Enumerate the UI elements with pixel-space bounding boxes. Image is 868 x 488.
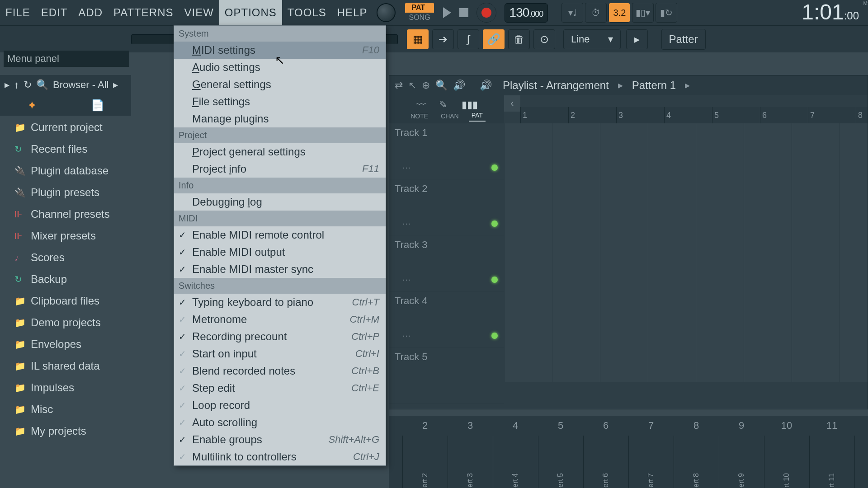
browser-item-demo-projects[interactable]: 📁Demo projects <box>0 312 131 333</box>
menu-item-general-settings[interactable]: General settings <box>174 76 386 93</box>
grid-icon[interactable]: ▦ <box>407 29 429 49</box>
link-icon[interactable]: 🔗 <box>483 29 505 49</box>
mixer-insert-slot[interactable]: ert 7 <box>628 436 674 488</box>
menu-item-multilink-to-controllers[interactable]: ✓Multilink to controllersCtrl+J <box>174 448 386 465</box>
menu-view[interactable]: VIEW <box>179 0 219 25</box>
collapse-icon[interactable]: ▸ <box>5 79 9 91</box>
playlist-grid[interactable] <box>504 123 868 382</box>
play-button[interactable] <box>443 7 451 18</box>
track-header[interactable]: Track 5 <box>389 347 504 404</box>
playlist-pattern[interactable]: Pattern 1 <box>632 79 676 92</box>
playlist-ruler[interactable]: 12345678 <box>520 107 868 123</box>
pat-song-toggle[interactable]: PAT SONG <box>405 3 434 23</box>
speaker-icon[interactable]: 🔊 <box>453 80 465 91</box>
menu-item-project-info[interactable]: Project infoF11 <box>174 160 386 178</box>
document-icon[interactable]: 📄 <box>91 99 104 112</box>
track-header[interactable]: Track 3… <box>389 235 504 291</box>
menu-item-metronome[interactable]: ✓MetronomeCtrl+M <box>174 311 386 328</box>
song-mode-button[interactable]: SONG <box>405 13 434 23</box>
track-enable-led[interactable] <box>491 333 498 339</box>
pat-mode-button[interactable]: PAT <box>405 3 434 13</box>
browser-item-plugin-database[interactable]: 🔌Plugin database <box>0 160 131 182</box>
browser-item-misc[interactable]: 📁Misc <box>0 399 131 420</box>
trash-icon[interactable]: 🗑 <box>508 29 530 49</box>
menu-item-enable-midi-master-sync[interactable]: ✓Enable MIDI master sync <box>174 261 386 278</box>
menu-item-loop-record[interactable]: ✓Loop record <box>174 397 386 414</box>
record-button[interactable] <box>476 3 496 23</box>
menu-item-recording-precount[interactable]: ✓Recording precountCtrl+P <box>174 328 386 345</box>
playlist-tab-note[interactable]: NOTE <box>408 111 431 122</box>
menu-options[interactable]: OPTIONS <box>219 0 282 25</box>
track-enable-led[interactable] <box>491 221 498 227</box>
browser-item-envelopes[interactable]: 📁Envelopes <box>0 333 131 355</box>
snap-value[interactable]: 3.2 <box>609 3 630 23</box>
browser-item-il-shared-data[interactable]: 📁IL shared data <box>0 355 131 377</box>
menu-item-auto-scrolling[interactable]: ✓Auto scrolling <box>174 414 386 431</box>
menu-item-typing-keyboard-to-piano[interactable]: ✓Typing keyboard to pianoCtrl+T <box>174 294 386 311</box>
collapse-left-icon[interactable]: ‹ <box>504 95 520 112</box>
metronome-icon[interactable]: ▾♩ <box>561 3 583 23</box>
cursor-icon[interactable]: ↖ <box>408 80 416 91</box>
mixer-insert-slot[interactable]: ert 9 <box>719 436 764 488</box>
browser-item-scores[interactable]: ♪Scores <box>0 247 131 268</box>
menu-item-manage-plugins[interactable]: Manage plugins <box>174 110 386 127</box>
browser-item-channel-presets[interactable]: ⊪Channel presets <box>0 203 131 225</box>
magnet-icon[interactable]: ⊙ <box>533 29 555 49</box>
browser-item-impulses[interactable]: 📁Impulses <box>0 377 131 399</box>
browser-item-clipboard-files[interactable]: 📁Clipboard files <box>0 290 131 312</box>
menu-item-enable-midi-output[interactable]: ✓Enable MIDI output <box>174 244 386 261</box>
browser-item-current-project[interactable]: 📁Current project <box>0 117 131 138</box>
mixer-insert-slot[interactable]: rt 11 <box>809 436 854 488</box>
track-enable-led[interactable] <box>491 277 498 283</box>
menu-tools[interactable]: TOOLS <box>282 0 332 25</box>
target-icon[interactable]: ⊕ <box>422 80 430 91</box>
refresh-icon[interactable]: ↻ <box>24 79 32 91</box>
time-display[interactable]: 1:01:00 B:S:TM:S:C <box>802 0 859 26</box>
menu-help[interactable]: HELP <box>332 0 373 25</box>
pattern-selector[interactable]: Patter <box>661 29 706 50</box>
menu-add[interactable]: ADD <box>73 0 108 25</box>
mixer-insert-slot[interactable]: rt 12 <box>854 436 868 488</box>
playlist-tab-chan[interactable]: CHAN <box>438 111 462 122</box>
browser-item-recent-files[interactable]: ↻Recent files <box>0 138 131 160</box>
track-menu-icon[interactable]: … <box>402 216 411 227</box>
browser-item-backup[interactable]: ↻Backup <box>0 268 131 290</box>
search-icon[interactable]: 🔍 <box>36 79 48 91</box>
wave-icon[interactable]: 〰 <box>416 99 426 111</box>
mixer-insert-slot[interactable]: ert 6 <box>583 436 628 488</box>
mixer-insert-slot[interactable]: ert 3 <box>448 436 493 488</box>
chevron-right-icon[interactable]: ▸ <box>113 79 118 91</box>
track-header[interactable]: Track 1… <box>389 123 504 179</box>
track-enable-led[interactable] <box>491 164 498 171</box>
browser-item-mixer-presets[interactable]: ⊪Mixer presets <box>0 225 131 247</box>
menu-item-start-on-input[interactable]: ✓Start on inputCtrl+I <box>174 345 386 362</box>
automation-icon[interactable]: ∫ <box>458 29 479 49</box>
mixer-insert-slot[interactable]: ert 4 <box>493 436 538 488</box>
menu-item-enable-midi-remote-control[interactable]: ✓Enable MIDI remote control <box>174 226 386 244</box>
mixer-insert-slot[interactable]: ert 5 <box>538 436 583 488</box>
menu-patterns[interactable]: PATTERNS <box>108 0 179 25</box>
countdown-icon[interactable]: ⏱ <box>585 3 607 23</box>
menu-item-enable-groups[interactable]: ✓Enable groupsShift+Alt+G <box>174 431 386 448</box>
play-small-icon[interactable]: ▸ <box>626 29 648 49</box>
loop-icon[interactable]: ▮↻ <box>656 3 677 23</box>
playlist-tab-pat[interactable]: PAT <box>469 110 486 122</box>
arrow-right-icon[interactable]: ➔ <box>432 29 454 49</box>
browser-item-plugin-presets[interactable]: 🔌Plugin presets <box>0 182 131 203</box>
menu-item-debugging-log[interactable]: Debugging log <box>174 193 386 211</box>
mixer-insert-slot[interactable]: ert 8 <box>674 436 719 488</box>
track-menu-icon[interactable]: … <box>402 272 411 283</box>
menu-item-step-edit[interactable]: ✓Step editCtrl+E <box>174 380 386 397</box>
up-arrow-icon[interactable]: ↑ <box>14 79 19 91</box>
stop-button[interactable] <box>459 8 468 17</box>
piano-icon[interactable]: ▮▯▾ <box>632 3 654 23</box>
track-menu-icon[interactable]: … <box>402 160 411 171</box>
track-menu-icon[interactable]: … <box>402 328 411 339</box>
menu-item-project-general-settings[interactable]: Project general settings <box>174 143 386 160</box>
menu-item-blend-recorded-notes[interactable]: ✓Blend recorded notesCtrl+B <box>174 362 386 380</box>
menu-file[interactable]: FILE <box>0 0 36 25</box>
track-header[interactable]: Track 4… <box>389 291 504 347</box>
menu-item-file-settings[interactable]: File settings <box>174 93 386 110</box>
piano-keys-icon[interactable]: ▮▮▮ <box>462 99 478 111</box>
snap-mode-dropdown[interactable]: Line ▾ <box>563 29 621 49</box>
